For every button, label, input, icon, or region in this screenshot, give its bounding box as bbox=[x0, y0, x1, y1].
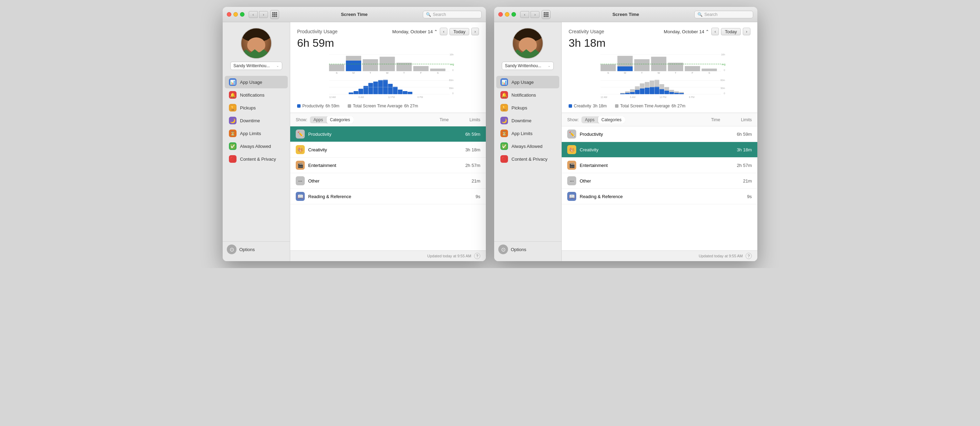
sidebar-item-always-allowed[interactable]: ✅ Always Allowed bbox=[225, 140, 288, 153]
options-button[interactable]: ⊙ Options bbox=[494, 242, 562, 257]
row-name-entertainment: Entertainment bbox=[308, 163, 465, 168]
sidebar-item-downtime[interactable]: 🌙 Downtime bbox=[225, 114, 288, 127]
sidebar-item-label: Pickups bbox=[240, 105, 256, 110]
svg-rect-64 bbox=[651, 57, 666, 72]
sidebar-item-app-limits[interactable]: ⏳ App Limits bbox=[496, 127, 559, 140]
close-button[interactable] bbox=[498, 12, 503, 17]
sidebar-item-pickups[interactable]: 🏆 Pickups bbox=[496, 102, 559, 114]
date-forward-button[interactable]: › bbox=[471, 28, 479, 35]
tab-apps[interactable]: Apps bbox=[310, 116, 326, 123]
tab-categories[interactable]: Categories bbox=[326, 116, 353, 123]
app-limits-icon: ⏳ bbox=[500, 130, 508, 137]
sidebar-item-label: Always Allowed bbox=[511, 144, 542, 149]
user-selector[interactable]: Sandy Writtenhou... ⌄ bbox=[502, 62, 554, 70]
forward-button[interactable]: › bbox=[259, 11, 268, 18]
date-back-button[interactable]: ‹ bbox=[711, 28, 719, 35]
search-box[interactable]: 🔍 Search bbox=[423, 11, 482, 18]
search-input[interactable]: Search bbox=[704, 12, 718, 17]
table-row-productivity[interactable]: ✏️ Productivity 6h 59m bbox=[290, 126, 486, 142]
row-name-creativity: Creativity bbox=[580, 147, 737, 153]
titlebar: ‹ › Screen Time 🔍 Search bbox=[223, 7, 486, 22]
chevron-down-icon: ⌄ bbox=[548, 64, 550, 68]
window-title: Screen Time bbox=[612, 12, 639, 17]
row-name-other: Other bbox=[308, 178, 472, 184]
options-button[interactable]: ⊙ Options bbox=[223, 242, 290, 257]
row-name-productivity: Productivity bbox=[308, 132, 465, 137]
help-button[interactable]: ? bbox=[474, 253, 480, 259]
table-row-reading[interactable]: 📖 Reading & Reference 9s bbox=[562, 189, 757, 204]
svg-rect-22 bbox=[349, 92, 353, 94]
chart-header: Productivity Usage Monday, October 14 ⌃ … bbox=[297, 28, 479, 35]
grid-button[interactable] bbox=[542, 10, 550, 19]
sidebar-item-always-allowed[interactable]: ✅ Always Allowed bbox=[496, 140, 559, 153]
row-icon-reading: 📖 bbox=[296, 192, 305, 201]
back-button[interactable]: ‹ bbox=[520, 11, 529, 18]
sidebar-item-pickups[interactable]: 🏆 Pickups bbox=[225, 102, 288, 114]
forward-button[interactable]: › bbox=[530, 11, 539, 18]
close-button[interactable] bbox=[227, 12, 231, 17]
sidebar-item-app-limits[interactable]: ⏳ App Limits bbox=[225, 127, 288, 140]
row-time-productivity: 6h 59m bbox=[737, 132, 752, 137]
options-icon: ⊙ bbox=[227, 245, 237, 254]
content-privacy-icon: 🚫 bbox=[500, 155, 508, 163]
legend-label: Productivity bbox=[302, 103, 324, 108]
minimize-button[interactable] bbox=[505, 12, 509, 17]
window-window-2: ‹ › Screen Time 🔍 Search bbox=[494, 7, 757, 261]
svg-text:12 AM: 12 AM bbox=[600, 96, 608, 99]
back-button[interactable]: ‹ bbox=[249, 11, 258, 18]
sidebar-item-notifications[interactable]: 🔔 Notifications bbox=[496, 89, 559, 101]
row-time-creativity: 3h 18m bbox=[737, 147, 752, 153]
date-forward-button[interactable]: › bbox=[743, 28, 751, 35]
table-row-other[interactable]: ··· Other 21m bbox=[562, 173, 757, 189]
search-icon: 🔍 bbox=[697, 12, 703, 17]
search-icon: 🔍 bbox=[426, 12, 431, 17]
table-row-entertainment[interactable]: 🎬 Entertainment 2h 57m bbox=[290, 157, 486, 173]
table-row-entertainment[interactable]: 🎬 Entertainment 2h 57m bbox=[562, 157, 757, 173]
search-box[interactable]: 🔍 Search bbox=[694, 11, 753, 18]
sidebar-item-content-privacy[interactable]: 🚫 Content & Privacy bbox=[496, 153, 559, 165]
svg-text:avg: avg bbox=[450, 63, 454, 66]
svg-text:F: F bbox=[420, 72, 422, 75]
table-row-reading[interactable]: 📖 Reading & Reference 9s bbox=[290, 189, 486, 204]
search-input[interactable]: Search bbox=[433, 12, 446, 17]
user-selector[interactable]: Sandy Writtenhou... ⌄ bbox=[230, 62, 282, 70]
tab-apps[interactable]: Apps bbox=[581, 116, 598, 123]
svg-text:60m: 60m bbox=[449, 79, 453, 81]
svg-rect-57 bbox=[600, 64, 616, 72]
table-row-creativity[interactable]: 🎨 Creativity 3h 18m bbox=[562, 142, 757, 157]
today-button[interactable]: Today bbox=[721, 28, 741, 35]
svg-rect-89 bbox=[645, 87, 649, 94]
svg-rect-83 bbox=[630, 92, 635, 94]
svg-text:T: T bbox=[641, 72, 643, 75]
tab-group: Apps Categories bbox=[310, 116, 353, 123]
sidebar-item-label: App Usage bbox=[240, 79, 262, 85]
maximize-button[interactable] bbox=[511, 12, 516, 17]
app-usage-icon: 📊 bbox=[229, 78, 237, 86]
tab-categories[interactable]: Categories bbox=[598, 116, 625, 123]
table-row-creativity[interactable]: 🎨 Creativity 3h 18m bbox=[290, 142, 486, 157]
svg-rect-26 bbox=[358, 89, 363, 94]
sidebar-item-downtime[interactable]: 🌙 Downtime bbox=[496, 114, 559, 127]
user-name: Sandy Writtenhou... bbox=[505, 64, 541, 68]
window-window-1: ‹ › Screen Time 🔍 Search bbox=[223, 7, 486, 261]
today-button[interactable]: Today bbox=[450, 28, 469, 35]
sidebar-item-app-usage[interactable]: 📊 App Usage bbox=[496, 76, 559, 88]
row-name-other: Other bbox=[580, 178, 743, 184]
legend-label: Total Screen Time Average bbox=[620, 103, 670, 108]
svg-text:W: W bbox=[658, 72, 660, 75]
downtime-icon: 🌙 bbox=[500, 117, 508, 124]
svg-text:16h: 16h bbox=[450, 53, 453, 56]
table-row-other[interactable]: ··· Other 21m bbox=[290, 173, 486, 189]
maximize-button[interactable] bbox=[240, 12, 245, 17]
date-back-button[interactable]: ‹ bbox=[440, 28, 447, 35]
sidebar-item-app-usage[interactable]: 📊 App Usage bbox=[225, 76, 288, 88]
svg-text:F: F bbox=[692, 72, 693, 75]
svg-rect-38 bbox=[388, 84, 393, 94]
sidebar-item-notifications[interactable]: 🔔 Notifications bbox=[225, 89, 288, 101]
table-row-productivity[interactable]: ✏️ Productivity 6h 59m bbox=[562, 126, 757, 142]
minimize-button[interactable] bbox=[234, 12, 238, 17]
show-label: Show: bbox=[296, 118, 307, 122]
grid-button[interactable] bbox=[270, 10, 279, 19]
help-button[interactable]: ? bbox=[746, 253, 752, 259]
sidebar-item-content-privacy[interactable]: 🚫 Content & Privacy bbox=[225, 153, 288, 165]
